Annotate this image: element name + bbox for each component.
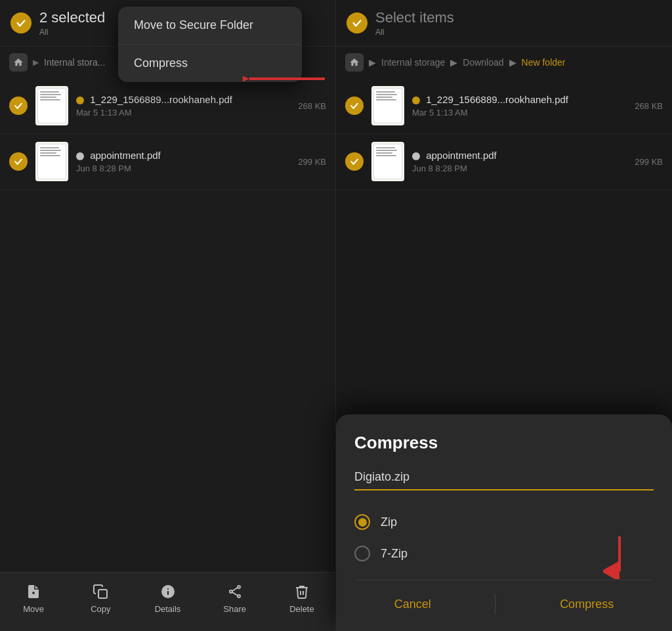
copy-icon <box>92 583 109 600</box>
breadcrumb-storage-left: Internal stora... <box>44 57 105 68</box>
breadcrumb-sep-3: ▶ <box>509 57 516 68</box>
seven-zip-radio[interactable] <box>354 546 370 561</box>
home-icon[interactable] <box>9 53 28 72</box>
right-check-circle[interactable] <box>346 12 368 33</box>
move-toolbar-label: Move <box>23 604 44 614</box>
file-meta-2: Jun 8 8:28 PM <box>76 163 290 173</box>
cancel-button[interactable]: Cancel <box>379 591 447 618</box>
svg-line-11 <box>232 588 238 591</box>
file-check-1[interactable] <box>9 97 28 115</box>
file-size-1: 268 KB <box>298 101 326 111</box>
dialog-divider <box>495 595 495 615</box>
dialog-actions: Cancel Compress <box>354 580 654 618</box>
copy-toolbar-label: Copy <box>91 604 110 614</box>
right-breadcrumb: ▶ Internal storage ▶ Download ▶ New fold… <box>336 47 672 78</box>
delete-toolbar-label: Delete <box>289 604 314 614</box>
svg-point-9 <box>230 590 232 593</box>
dialog-title: Compress <box>354 433 654 453</box>
share-toolbar-label: Share <box>223 604 246 614</box>
copy-toolbar-item[interactable]: Copy <box>67 579 134 618</box>
breadcrumb-new-folder: New folder <box>522 57 566 68</box>
file-size-2: 299 KB <box>298 157 326 167</box>
details-toolbar-label: Details <box>155 604 181 614</box>
zip-radio[interactable] <box>354 514 370 530</box>
compress-dialog: Compress Zip 7-Zip <box>336 414 672 631</box>
file-item-right-1[interactable]: 1_229_1566889...rookhaneh.pdf Mar 5 1:13… <box>336 78 672 134</box>
compress-button[interactable]: Compress <box>544 591 629 618</box>
file-name-2: appointment.pdf <box>76 150 290 161</box>
file-thumb-right-2 <box>371 142 404 181</box>
breadcrumb-download: Download <box>463 57 503 68</box>
breadcrumb-storage: Internal storage <box>381 57 445 68</box>
svg-point-8 <box>238 586 240 588</box>
breadcrumb-arrow-left: ▶ <box>33 58 39 67</box>
file-info-2: appointment.pdf Jun 8 8:28 PM <box>76 150 290 173</box>
share-toolbar-item[interactable]: Share <box>201 579 268 618</box>
all-label-right: All <box>375 28 454 37</box>
file-meta-right-1: Mar 5 1:13 AM <box>412 108 627 118</box>
svg-point-10 <box>238 595 240 598</box>
zip-radio-inner <box>358 518 367 527</box>
file-badge-1 <box>76 97 84 104</box>
svg-rect-4 <box>98 590 107 598</box>
details-icon <box>159 583 177 600</box>
file-badge-2 <box>76 152 84 160</box>
file-list-left: 1_229_1566889...rookhaneh.pdf Mar 5 1:13… <box>0 78 335 572</box>
file-thumb-1 <box>35 86 68 125</box>
breadcrumb-sep-2: ▶ <box>450 57 457 68</box>
file-meta-right-2: Jun 8 8:28 PM <box>412 163 627 173</box>
file-item-left-2[interactable]: appointment.pdf Jun 8 8:28 PM 299 KB <box>0 134 335 190</box>
file-info-right-1: 1_229_1566889...rookhaneh.pdf Mar 5 1:13… <box>412 94 627 118</box>
file-thumb-2 <box>35 142 68 181</box>
compress-arrow-annotation <box>243 62 328 98</box>
file-name-right-1: 1_229_1566889...rookhaneh.pdf <box>412 94 627 105</box>
file-badge-right-2 <box>412 152 420 160</box>
breadcrumb-sep-1: ▶ <box>369 57 376 68</box>
bottom-toolbar-left: Move Copy Details <box>0 572 335 631</box>
file-thumb-right-1 <box>371 86 404 125</box>
all-label-left: All <box>39 28 105 37</box>
file-size-right-1: 268 KB <box>635 101 663 111</box>
left-panel: 2 selected All Move to Secure Folder Com… <box>0 0 336 631</box>
file-size-right-2: 299 KB <box>635 157 663 167</box>
move-to-secure-folder-item[interactable]: Move to Secure Folder <box>118 7 302 45</box>
right-header-title: Select items <box>375 9 454 26</box>
file-check-right-1[interactable] <box>345 97 364 115</box>
right-panel: Select items All ▶ Internal storage ▶ Do… <box>336 0 672 631</box>
home-icon-right[interactable] <box>345 53 364 72</box>
file-badge-right-1 <box>412 97 420 104</box>
file-info-right-2: appointment.pdf Jun 8 8:28 PM <box>412 150 627 173</box>
zip-option-label: Zip <box>381 515 397 529</box>
svg-line-12 <box>232 592 238 596</box>
file-check-right-2[interactable] <box>345 152 364 171</box>
move-toolbar-item[interactable]: Move <box>0 579 67 618</box>
file-name-right-2: appointment.pdf <box>412 150 627 161</box>
right-header: Select items All <box>336 0 672 47</box>
move-icon <box>25 583 42 600</box>
delete-toolbar-item[interactable]: Delete <box>268 579 335 618</box>
compress-button-arrow-annotation <box>603 533 636 582</box>
details-toolbar-item[interactable]: Details <box>134 579 201 618</box>
selected-count-label: 2 selected <box>39 9 105 26</box>
file-meta-1: Mar 5 1:13 AM <box>76 108 290 118</box>
file-item-right-2[interactable]: appointment.pdf Jun 8 8:28 PM 299 KB <box>336 134 672 190</box>
compress-filename-input[interactable] <box>354 466 654 490</box>
file-check-2[interactable] <box>9 152 28 171</box>
delete-icon <box>293 583 310 600</box>
seven-zip-option-label: 7-Zip <box>381 547 408 561</box>
all-check-circle[interactable] <box>10 12 32 33</box>
share-icon <box>226 583 243 600</box>
